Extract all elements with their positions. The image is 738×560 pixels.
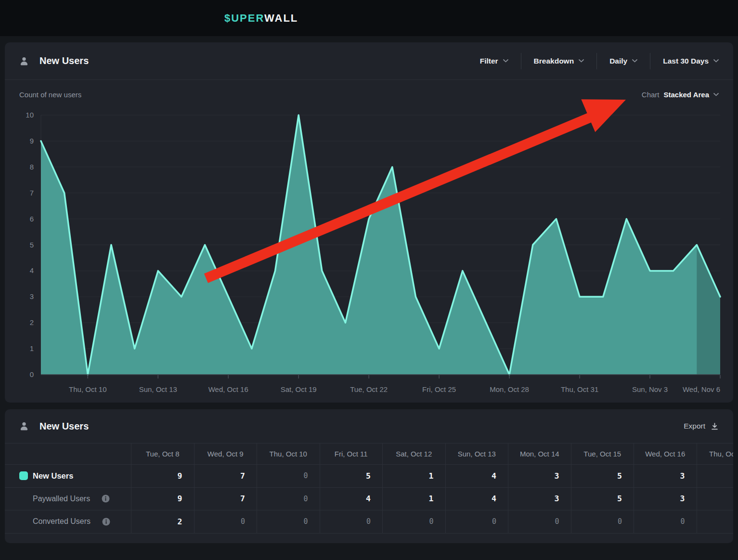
area-fill-current-period: [697, 245, 720, 375]
y-axis-label: 3: [16, 292, 34, 301]
table-card-title: New Users: [39, 421, 89, 432]
export-button[interactable]: Export: [684, 422, 719, 430]
y-axis-label: 4: [16, 266, 34, 275]
chevron-down-icon: [713, 93, 719, 96]
table-card-header: New Users Export: [5, 409, 733, 443]
table-value-cell: 0: [634, 510, 697, 533]
table-row-label: Converted Users: [5, 510, 131, 533]
x-axis-label: Thu, Oct 10: [69, 385, 106, 393]
filter-dropdown[interactable]: Filter: [467, 57, 521, 65]
download-icon: [711, 422, 719, 430]
y-axis-label: 6: [16, 214, 34, 224]
table-corner-cell: [5, 443, 131, 464]
info-icon[interactable]: [102, 518, 110, 526]
table-value-cell: 5: [320, 464, 383, 487]
table-value-cell: 0: [508, 510, 571, 533]
table-value-cell: 3: [508, 487, 571, 510]
table-value-cell: [697, 510, 734, 533]
x-axis-label: Sat, Oct 19: [281, 385, 317, 393]
x-axis-label: Sun, Oct 13: [139, 385, 177, 393]
superwall-logo: $UPERWALL: [224, 0, 298, 36]
chart-subtitle-row: Count of new users Chart Stacked Area: [19, 89, 719, 100]
chart-x-axis: Thu, Oct 10Sun, Oct 13Wed, Oct 16Sat, Oc…: [41, 385, 720, 395]
table-column-header: Thu, Oct 10: [257, 443, 320, 464]
top-navigation-bar: $UPERWALL: [0, 0, 738, 36]
series-color-swatch: [19, 471, 28, 480]
chart-controls: Filter Breakdown Daily Last 30 Days: [467, 53, 719, 69]
table-value-cell: 3: [508, 464, 571, 487]
table-value-cell: 0: [382, 510, 445, 533]
x-axis-label: Thu, Oct 31: [561, 385, 598, 393]
table-value-cell: 0: [194, 510, 257, 533]
table-column-header: Tue, Oct 15: [571, 443, 634, 464]
x-axis-label: Wed, Oct 16: [208, 385, 248, 393]
x-axis-label: Sun, Nov 3: [632, 385, 668, 393]
table-value-cell: 9: [131, 487, 194, 510]
y-axis-label: 7: [16, 188, 34, 198]
chevron-down-icon: [503, 59, 508, 63]
table-value-cell: 4: [445, 464, 508, 487]
person-icon: [19, 421, 29, 431]
chart-canvas: [41, 115, 720, 385]
table-value-cell: [697, 487, 734, 510]
chart-y-axis: 012345678910: [16, 115, 34, 375]
y-axis-label: 1: [16, 344, 34, 353]
table-column-header: Wed, Oct 9: [194, 443, 257, 464]
table-value-cell: 1: [382, 464, 445, 487]
table-value-cell: 0: [320, 510, 383, 533]
y-axis-label: 0: [16, 370, 34, 379]
table-row-label: Paywalled Users: [5, 487, 131, 510]
x-axis-label: Fri, Oct 25: [422, 385, 456, 393]
table-column-header: Fri, Oct 11: [320, 443, 383, 464]
table-value-cell: 3: [634, 487, 697, 510]
metrics-table: Tue, Oct 8Wed, Oct 9Thu, Oct 10Fri, Oct …: [5, 443, 733, 534]
new-users-table-card: New Users Export Tue, Oct 8Wed, Oct 9Thu…: [5, 409, 733, 543]
chart-type-label: Chart: [642, 91, 660, 99]
interval-dropdown[interactable]: Daily: [597, 57, 650, 65]
x-axis-label: Tue, Oct 22: [350, 385, 388, 393]
table-column-header: Thu, Oct 17: [697, 443, 734, 464]
table-value-cell: 7: [194, 487, 257, 510]
table-value-cell: 2: [131, 510, 194, 533]
table-value-cell: 0: [571, 510, 634, 533]
new-users-chart-card: New Users Filter Breakdown Daily Last 30…: [5, 42, 733, 403]
x-axis-label: Mon, Oct 28: [490, 385, 529, 393]
table-column-header: Sat, Oct 12: [382, 443, 445, 464]
table-value-cell: 0: [257, 510, 320, 533]
table-value-cell: 5: [571, 487, 634, 510]
table-value-cell: [697, 464, 734, 487]
y-axis-label: 8: [16, 162, 34, 172]
row-label-text: New Users: [33, 471, 73, 481]
table-value-cell: 5: [571, 464, 634, 487]
chart-card-header: New Users Filter Breakdown Daily Last 30…: [5, 42, 733, 80]
logo-text-white: WALL: [264, 12, 298, 24]
table-value-cell: 3: [634, 464, 697, 487]
table-row-label: New Users: [5, 464, 131, 487]
chevron-down-icon: [579, 59, 584, 63]
person-icon: [19, 56, 29, 66]
stacked-area-chart: [41, 115, 720, 375]
chart-type-dropdown[interactable]: Chart Stacked Area: [642, 91, 719, 99]
table-value-cell: 7: [194, 464, 257, 487]
table-column-header: Sun, Oct 13: [445, 443, 508, 464]
table-column-header: Tue, Oct 8: [131, 443, 194, 464]
table-column-header: Mon, Oct 14: [508, 443, 571, 464]
date-range-dropdown[interactable]: Last 30 Days: [650, 57, 719, 65]
breakdown-dropdown[interactable]: Breakdown: [521, 57, 597, 65]
logo-text-teal: $UPER: [224, 12, 264, 24]
chevron-down-icon: [713, 59, 719, 63]
table-value-cell: 4: [445, 487, 508, 510]
x-axis-label: Wed, Nov 6: [683, 385, 720, 393]
table-value-cell: 0: [445, 510, 508, 533]
row-label-text: Paywalled Users: [33, 495, 90, 503]
table-column-header: Wed, Oct 16: [634, 443, 697, 464]
info-icon[interactable]: [102, 495, 110, 503]
table-value-cell: 0: [257, 464, 320, 487]
y-axis-label: 10: [16, 110, 34, 120]
chart-card-title: New Users: [39, 55, 89, 66]
table-value-cell: 9: [131, 464, 194, 487]
y-axis-label: 9: [16, 136, 34, 146]
table-value-cell: 0: [257, 487, 320, 510]
chart-subtitle: Count of new users: [19, 91, 81, 99]
chevron-down-icon: [632, 59, 637, 63]
